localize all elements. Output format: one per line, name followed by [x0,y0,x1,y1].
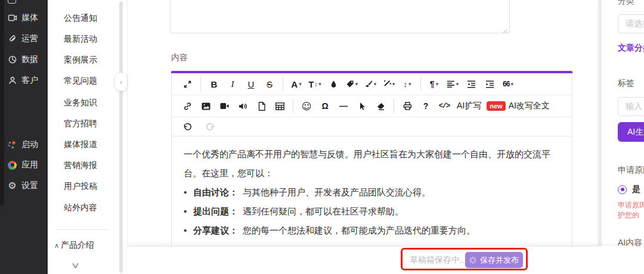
paperclip-icon [7,34,17,44]
cursor-icon[interactable] [354,98,370,114]
help-button[interactable]: ? [417,98,434,114]
user-icon [7,76,17,86]
main-area-scrollbar[interactable] [598,0,602,247]
code-button[interactable]: </> [436,98,453,114]
sidebar-item-customers[interactable]: 客户 [7,73,38,88]
menu-item-latest-events[interactable]: 最新活动 [64,33,97,45]
brush-button[interactable]: ▾ [362,76,379,92]
sidebar-item-label: 启动 [21,139,38,150]
menu-item-official-recruitment[interactable]: 官方招聘 [64,117,97,129]
menu-section-product-intro[interactable]: ∧ 产品介绍 [54,240,94,251]
format-wand-icon[interactable]: ▾ [380,76,397,92]
ai-expand-button[interactable]: AI扩写 [454,98,484,114]
horizontal-rule-button[interactable]: — [335,98,352,114]
submenu-column: 公告通知 最新活动 案例展示 常见问题 业务知识 官方招聘 媒体报道 营销海报 … [48,0,127,274]
collapse-sidebar-button[interactable]: ‹ [115,73,127,91]
sidebar-item-data[interactable]: 数据 [7,52,38,67]
eraser-icon[interactable] [372,98,389,114]
italic-button[interactable]: I [224,76,241,92]
ai-generate-tags-button[interactable]: AI生成 [618,122,644,142]
article-category-link[interactable]: 文章分类 [618,43,644,54]
menu-item-case-showcase[interactable]: 案例展示 [64,54,97,66]
menu-column-border [127,0,128,274]
paragraph-line: 台。在这里，您可以： [184,164,560,183]
underline-button[interactable]: U [243,76,259,92]
sidebar-item-settings[interactable]: ⚙ 设置 [7,179,38,193]
sidebar-item-label: 设置 [21,180,38,191]
menu-item-user-submissions[interactable]: 用户投稿 [64,180,97,192]
editor-accent-bar [171,71,572,73]
launcher-dots-icon [7,140,17,150]
summary-textarea[interactable] [170,0,510,33]
image-icon[interactable] [197,98,214,114]
editor-toolbar-row2: ☺ Ω — ? </> AI扩写 new AI改写全文 [172,95,572,117]
color-wheel-icon [7,160,17,170]
audio-icon[interactable] [234,98,251,114]
font-size-button[interactable]: T↕ ▾ [306,76,323,92]
align-button[interactable]: ▾ [444,76,461,92]
editor-toolbar-row1: B I U S A▾ T↕ ▾ ▾ ▾ ▾ ↕ ▾ [172,73,572,95]
paragraph-line: 一个优秀的产品离不开用户的智慧与反馈。用户社区旨在为大家创建一个自由、开放的交流… [184,145,560,164]
editor-content[interactable]: 一个优秀的产品离不开用户的智慧与反馈。用户社区旨在为大家创建一个自由、开放的交流… [172,136,572,240]
menu-item-faq[interactable]: 常见问题 [64,74,97,86]
special-character-button[interactable]: Ω [317,98,333,114]
video-icon[interactable] [216,98,233,114]
sidebar-item-label: 客户 [21,75,38,86]
toolbar-separator [293,99,293,113]
category-placeholder: 请选择 [626,18,644,29]
font-color-button[interactable]: A▾ [288,76,305,92]
toolbar-separator [394,99,394,113]
menu-scrollbar[interactable] [119,1,123,273]
tags-input[interactable]: 输入 [618,97,644,116]
emoji-icon[interactable]: ☺ [298,98,315,114]
rich-text-editor: B I U S A▾ T↕ ▾ ▾ ▾ ▾ ↕ ▾ [171,73,572,274]
print-icon[interactable] [399,98,416,114]
new-badge: new [487,101,505,111]
bottom-action-bar [127,246,644,274]
sidebar: 媒体 运营 数据 客户 [0,0,48,274]
category-select[interactable]: 请选择 [618,14,644,33]
paragraph-button[interactable]: ¶ ▾ [426,76,442,92]
chevron-up-icon: ∧ [54,242,59,250]
app-root: 媒体 运营 数据 客户 [0,0,644,274]
textarea-resize-handle[interactable] [501,25,507,31]
bold-button[interactable]: B [206,76,222,92]
menu-item-media-coverage[interactable]: 媒体报道 [64,138,97,150]
tag-button[interactable]: ▾ [343,76,360,92]
bullet-title: 分享建议： [193,221,238,240]
bullet-title: 提出问题： [193,202,238,221]
bullet-item: • 分享建议： 您的每一个想法和建议，都可能成为产品迭代的重要方向。 [184,221,560,240]
reason-radio-yes[interactable]: 是 [618,184,640,195]
redo-icon[interactable] [202,119,218,135]
sidebar-item-media[interactable]: 媒体 [7,11,38,25]
fullscreen-icon[interactable] [179,76,196,92]
menu-item-external-content[interactable]: 站外内容 [64,201,97,213]
save-button-label: 保存并发布 [480,255,519,266]
sidebar-item-operations[interactable]: 运营 [7,32,38,46]
chevron-down-icon[interactable]: ∨ [70,260,82,270]
menu-item-marketing-posters[interactable]: 营销海报 [64,159,97,171]
menu-item-business-knowledge[interactable]: 业务知识 [64,96,97,108]
line-height-button[interactable]: ↕ ▾ [399,76,416,92]
sidebar-item-launcher[interactable]: 启动 [7,138,38,152]
strikethrough-button[interactable]: S [261,76,278,92]
media-icon [7,13,17,23]
bullet-title: 自由讨论： [193,183,238,202]
outdent-icon[interactable] [463,76,479,92]
background-color-droplet-icon[interactable] [325,76,342,92]
bullet-item: • 提出问题： 遇到任何疑问，都可以在社区寻求帮助。 [184,202,560,221]
link-icon[interactable] [179,98,196,114]
gear-icon: ⚙ [7,181,17,191]
save-and-publish-button[interactable]: 保存并发布 [465,252,523,268]
sidebar-item-apps[interactable]: 应用 [7,158,38,172]
undo-icon[interactable] [179,119,196,135]
table-icon[interactable] [271,98,288,114]
file-icon[interactable] [253,98,270,114]
loading-spinner-icon [469,257,476,264]
ai-rewrite-button[interactable]: AI改写全文 [509,98,552,114]
menu-item-announcements[interactable]: 公告通知 [64,12,97,24]
category-label: 分类 [618,0,634,7]
indent-icon[interactable] [481,76,498,92]
blockquote-button[interactable]: 66 ▾ [500,76,516,92]
bottom-bar-border [127,246,599,247]
